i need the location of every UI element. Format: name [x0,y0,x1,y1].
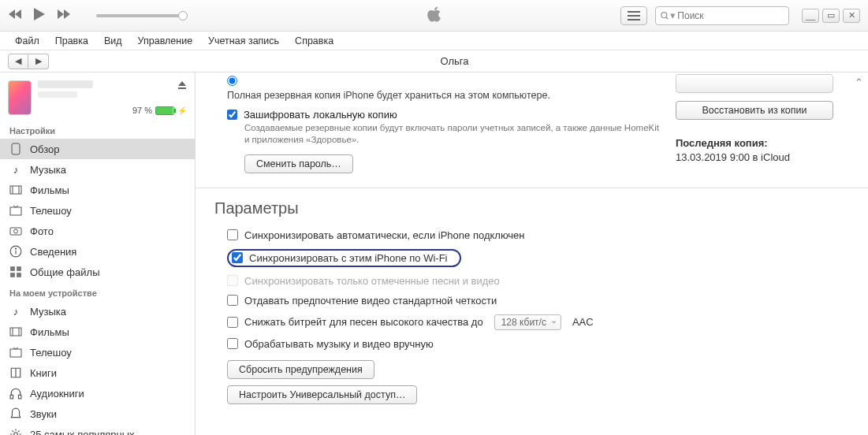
option-row: Синхронизировать с этим iPhone по Wi-Fi [227,245,849,271]
sidebar-item-label: Фото [30,225,54,237]
sidebar-item-info[interactable]: Сведения [0,241,195,262]
svg-rect-18 [17,273,21,277]
sidebar-ondevice-tvshows[interactable]: Телешоу [0,342,195,362]
last-backup-value: 13.03.2019 9:00 в iCloud [676,151,849,163]
menu-account[interactable]: Учетная запись [201,33,286,49]
apps-icon [9,266,22,278]
film-icon [9,325,22,338]
nav-back-button[interactable]: ◀ [8,54,28,69]
sidebar-item-label: 25 самых популярных [30,429,135,436]
sync-wifi-checkbox[interactable] [232,252,243,263]
sidebar-item-tvshows[interactable]: Телешоу [0,200,195,221]
svg-rect-0 [628,11,640,13]
svg-rect-6 [10,186,21,194]
menu-edit[interactable]: Правка [48,33,95,49]
sidebar-ondevice-movies[interactable]: Фильмы [0,322,195,342]
backup-this-computer-radio[interactable] [227,76,237,86]
backup-now-button-disabled [676,74,833,93]
list-view-button[interactable] [620,6,647,25]
sidebar-item-label: Телешоу [30,347,72,359]
phone-icon [9,143,22,155]
svg-rect-5 [12,143,20,154]
page-title: Ольга [49,55,860,67]
encrypt-backup-desc: Создаваемые резервные копии будут включа… [244,122,660,147]
apple-logo-icon [427,5,442,26]
headphones-icon [9,387,22,400]
manual-manage-checkbox[interactable] [227,338,238,349]
sidebar: 97 % ⚡ Настройки Обзор ♪ Музыка Фильмы Т… [0,72,196,435]
reset-warnings-button[interactable]: Сбросить предупреждения [227,360,374,379]
options-list: Синхронизировать автоматически, если iPh… [196,225,868,404]
sidebar-item-overview[interactable]: Обзор [0,139,195,159]
svg-point-3 [661,12,667,17]
menu-file[interactable]: Файл [8,33,47,49]
bell-icon [9,407,22,420]
play-icon[interactable] [33,7,46,24]
encrypt-backup-checkbox[interactable] [227,110,237,120]
window-close-button[interactable]: ✕ [843,9,860,23]
tv-icon [9,204,22,217]
option-label: Синхронизировать автоматически, если iPh… [244,229,525,241]
window-maximize-button[interactable]: ▭ [822,9,840,23]
change-password-button[interactable]: Сменить пароль… [244,154,353,173]
sidebar-section-settings: Настройки [0,120,195,139]
svg-rect-23 [10,395,13,399]
sidebar-ondevice-top25[interactable]: 25 самых популярных [0,424,195,435]
menu-controls[interactable]: Управление [131,33,200,49]
option-row: Синхронизировать только отмеченные песни… [227,271,849,291]
content-pane: ⌃ Полная резервная копия iPhone будет хр… [196,72,868,435]
sidebar-item-label: Фильмы [30,326,69,338]
volume-slider[interactable] [96,14,183,17]
sidebar-item-music[interactable]: ♪ Музыка [0,159,195,180]
battery-icon [155,106,174,115]
option-label: Синхронизировать с этим iPhone по Wi-Fi [249,252,447,264]
device-header: 97 % ⚡ [0,72,195,120]
svg-point-14 [15,248,16,249]
bitrate-select[interactable]: 128 кбит/с [494,314,561,330]
menu-view[interactable]: Вид [97,33,129,49]
sidebar-ondevice-books[interactable]: Книги [0,362,195,383]
nav-forward-button[interactable]: ▶ [28,54,49,69]
option-row: Синхронизировать автоматически, если iPh… [227,225,849,245]
device-thumbnail [8,80,32,115]
sync-auto-checkbox[interactable] [227,229,238,240]
option-label: Синхронизировать только отмеченные песни… [244,275,500,287]
sidebar-item-photos[interactable]: Фото [0,221,195,241]
window-minimize-button[interactable]: __ [802,9,819,23]
toolbar-right: ▾ __ ▭ ✕ [620,6,860,25]
sidebar-ondevice-audiobooks[interactable]: Аудиокниги [0,383,195,403]
option-label: Обрабатывать музыку и видео вручную [244,338,434,350]
info-icon [9,245,22,258]
camera-icon [9,225,22,237]
universal-access-button[interactable]: Настроить Универсальный доступ… [227,385,417,404]
scroll-up-icon[interactable]: ⌃ [852,76,865,88]
svg-rect-16 [17,266,21,271]
sidebar-item-files[interactable]: Общие файлы [0,262,195,282]
option-row: Снижать битрейт для песен высокого качес… [227,310,849,334]
menu-help[interactable]: Справка [288,33,341,49]
next-track-icon[interactable] [57,9,71,22]
device-name-placeholder [38,80,93,88]
backup-desc: Полная резервная копия iPhone будет хран… [227,89,660,102]
sidebar-section-ondevice: На моем устройстве [0,282,195,301]
lower-bitrate-checkbox[interactable] [227,317,238,328]
option-row: Отдавать предпочтение видео стандартной … [227,291,849,310]
battery-percent: 97 % [132,106,152,115]
sidebar-ondevice-music[interactable]: ♪ Музыка [0,301,195,322]
option-label: Снижать битрейт для песен высокого качес… [244,316,483,328]
prev-track-icon[interactable] [8,9,22,22]
eject-icon[interactable] [177,80,187,92]
bitrate-suffix: AAC [572,316,594,328]
search-input[interactable] [677,10,784,21]
sidebar-item-label: Звуки [30,408,57,420]
sidebar-ondevice-sounds[interactable]: Звуки [0,403,195,424]
svg-rect-17 [10,273,15,277]
sidebar-item-movies[interactable]: Фильмы [0,180,195,200]
search-box[interactable]: ▾ [655,6,789,25]
encrypt-backup-label: Зашифровать локальную копию [244,109,397,121]
prefer-sd-checkbox[interactable] [227,295,238,306]
sidebar-item-label: Общие файлы [30,266,99,278]
sidebar-item-label: Телешоу [30,205,72,217]
sidebar-item-label: Обзор [30,143,60,155]
restore-from-backup-button[interactable]: Восстановить из копии [676,101,833,120]
